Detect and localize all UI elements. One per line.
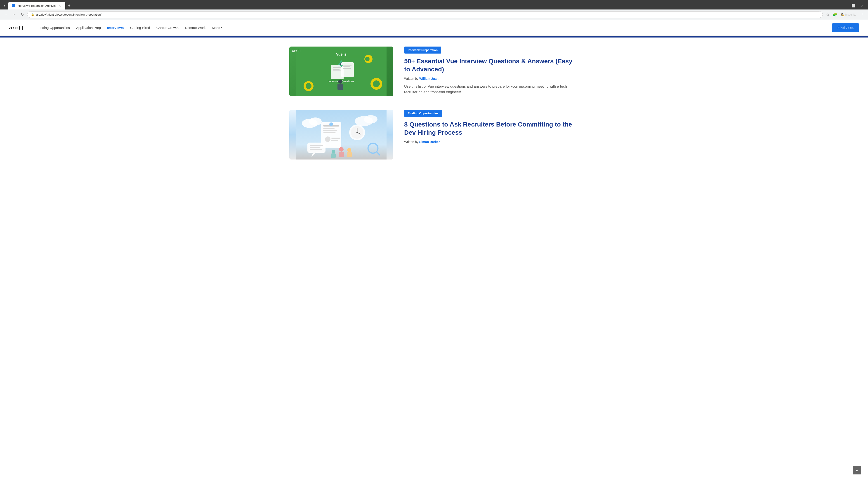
- svg-point-54: [347, 148, 351, 152]
- article-title-1[interactable]: 50+ Essential Vue Interview Questions & …: [404, 57, 579, 74]
- url-text: arc.dev/talent-blog/category/interview-p…: [36, 13, 819, 16]
- svg-rect-48: [310, 147, 320, 148]
- tab-close-button[interactable]: ✕: [58, 4, 62, 8]
- svg-rect-13: [333, 69, 340, 70]
- author-prefix-1: Written by: [404, 77, 419, 80]
- svg-text:a: a: [12, 5, 13, 7]
- vue-illustration: arc(): [289, 46, 393, 96]
- nav-more[interactable]: More ▾: [209, 24, 225, 31]
- svg-point-8: [373, 80, 380, 87]
- site-wrapper: arc() Finding Opportunities Application …: [0, 20, 868, 182]
- svg-rect-53: [331, 153, 336, 158]
- window-controls: — ⬜ ✕: [840, 3, 866, 8]
- address-bar[interactable]: 🔒 arc.dev/talent-blog/category/interview…: [27, 11, 823, 18]
- svg-rect-49: [310, 149, 322, 150]
- svg-point-42: [356, 132, 358, 133]
- bookmark-button[interactable]: ☆: [825, 11, 831, 18]
- more-label: More: [212, 26, 220, 30]
- svg-rect-51: [339, 152, 344, 157]
- svg-rect-18: [343, 68, 351, 69]
- back-button[interactable]: ←: [3, 11, 9, 18]
- browser-tab-bar: ▼ a Interview Preparation Archives ✕ + —…: [0, 0, 868, 9]
- browser-chrome: ▼ a Interview Preparation Archives ✕ + —…: [0, 0, 868, 20]
- svg-rect-55: [347, 152, 352, 157]
- arc-logo-overlay: arc(): [292, 49, 301, 53]
- browser-toolbar: ← → ↻ 🔒 arc.dev/talent-blog/category/int…: [0, 9, 868, 20]
- extensions-button[interactable]: 🧩: [832, 11, 838, 18]
- lock-icon: 🔒: [31, 13, 34, 16]
- article-category-1[interactable]: Interview Preparation: [404, 46, 441, 54]
- article-author-1: Written by William Juan: [404, 77, 579, 80]
- browser-tab-active[interactable]: a Interview Preparation Archives ✕: [8, 2, 66, 9]
- article-image-2[interactable]: [289, 110, 393, 160]
- svg-rect-31: [323, 128, 335, 129]
- article-info-1: Interview Preparation 50+ Essential Vue …: [404, 46, 579, 95]
- svg-rect-32: [323, 130, 337, 131]
- forward-button[interactable]: →: [11, 11, 17, 18]
- svg-rect-47: [310, 145, 323, 146]
- recruiter-illustration: [289, 110, 393, 160]
- recruiter-svg: [296, 110, 386, 160]
- new-tab-button[interactable]: +: [66, 2, 72, 9]
- author-link-1[interactable]: William Juan: [419, 77, 438, 80]
- tab-list-button[interactable]: ▼: [2, 3, 7, 8]
- svg-rect-35: [331, 138, 340, 139]
- svg-rect-36: [331, 140, 338, 141]
- svg-rect-16: [343, 65, 352, 66]
- vue-svg: Vue.js Interview Questions: [296, 46, 386, 96]
- nav-remote-work[interactable]: Remote Work: [182, 24, 208, 31]
- svg-point-34: [325, 136, 331, 142]
- nav-interviews[interactable]: Interviews: [104, 24, 126, 31]
- site-logo[interactable]: arc(): [9, 25, 24, 31]
- incognito-label: Incognito: [845, 13, 856, 16]
- close-button[interactable]: ✕: [858, 3, 866, 8]
- chevron-down-icon: ▾: [221, 26, 222, 29]
- article-title-2[interactable]: 8 Questions to Ask Recruiters Before Com…: [404, 121, 579, 137]
- svg-text:Vue.js: Vue.js: [336, 53, 347, 56]
- svg-point-6: [306, 83, 311, 89]
- svg-point-28: [364, 115, 377, 123]
- incognito-icon: 🕵️: [841, 13, 844, 16]
- svg-rect-33: [323, 132, 336, 133]
- blue-banner: [0, 36, 868, 37]
- incognito-button[interactable]: 🕵️ Incognito: [839, 12, 858, 17]
- refresh-button[interactable]: ↻: [19, 11, 25, 18]
- nav-application-prep[interactable]: Application Prep: [73, 24, 103, 31]
- nav-finding-opportunities[interactable]: Finding Opportunities: [35, 24, 72, 31]
- article-excerpt-1: Use this list of Vue interview questions…: [404, 84, 579, 95]
- svg-point-26: [309, 118, 322, 126]
- find-jobs-button[interactable]: Find Jobs: [832, 23, 859, 32]
- site-nav: Finding Opportunities Application Prep I…: [35, 24, 225, 31]
- tab-favicon: a: [12, 4, 15, 7]
- svg-point-4: [365, 57, 370, 61]
- toolbar-actions: ☆ 🧩 🕵️ Incognito ⋮: [825, 11, 865, 18]
- svg-point-37: [329, 123, 333, 126]
- menu-button[interactable]: ⋮: [859, 11, 865, 18]
- svg-rect-14: [333, 70, 341, 71]
- article-image-1[interactable]: arc(): [289, 46, 393, 96]
- svg-rect-12: [333, 67, 342, 68]
- svg-rect-17: [343, 66, 350, 67]
- main-content: arc(): [276, 37, 592, 182]
- article-card-1: arc(): [289, 46, 579, 96]
- svg-point-52: [332, 150, 335, 153]
- article-author-2: Written by Simon Barker: [404, 140, 579, 144]
- article-card-2: Finding Opportunities 8 Questions to Ask…: [289, 110, 579, 160]
- author-prefix-2: Written by: [404, 140, 419, 144]
- author-link-2[interactable]: Simon Barker: [419, 140, 440, 144]
- article-info-2: Finding Opportunities 8 Questions to Ask…: [404, 110, 579, 147]
- article-category-2[interactable]: Finding Opportunities: [404, 110, 442, 117]
- tab-title: Interview Preparation Archives: [17, 4, 57, 7]
- svg-rect-22: [338, 84, 343, 90]
- svg-rect-15: [341, 62, 354, 77]
- nav-career-growth[interactable]: Career Growth: [154, 24, 181, 31]
- nav-getting-hired[interactable]: Getting Hired: [127, 24, 153, 31]
- maximize-button[interactable]: ⬜: [849, 3, 858, 8]
- site-header: arc() Finding Opportunities Application …: [0, 20, 868, 36]
- svg-point-50: [339, 147, 344, 152]
- minimize-button[interactable]: —: [840, 3, 849, 8]
- svg-point-21: [338, 79, 342, 84]
